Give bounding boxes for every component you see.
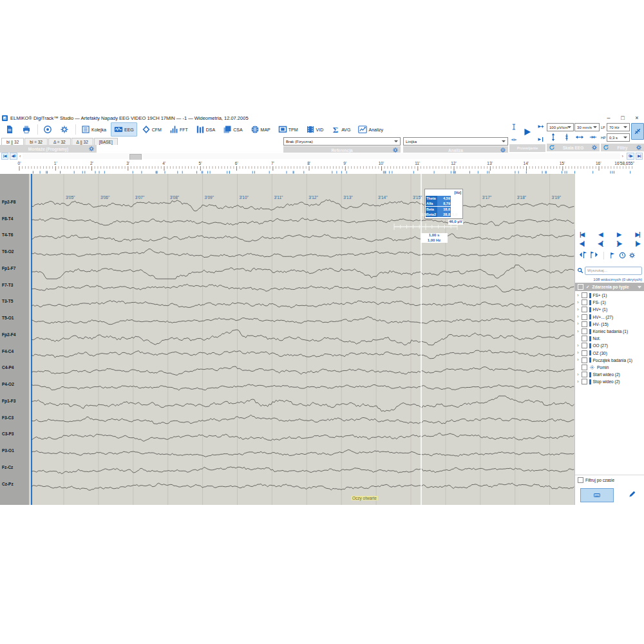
- tool-button-analizy[interactable]: Analizy: [355, 122, 386, 137]
- event-checkbox[interactable]: [582, 365, 587, 370]
- event-checkbox[interactable]: [582, 350, 587, 356]
- scrollbar-thumb[interactable]: [129, 154, 142, 160]
- text-cursor-icon[interactable]: [511, 121, 517, 133]
- expand-horizontal-icon[interactable]: [576, 132, 583, 144]
- montage-tab[interactable]: bi || 32: [1, 138, 24, 145]
- event-checkbox[interactable]: [582, 299, 587, 305]
- montage-tab[interactable]: bi = 32: [24, 138, 48, 145]
- lp-filter-select[interactable]: 70 Hz: [607, 123, 630, 131]
- tool-button-vid[interactable]: VID: [303, 122, 327, 137]
- tool-button-fft[interactable]: FFT: [166, 122, 191, 137]
- event-checkbox[interactable]: [582, 372, 587, 377]
- print-button[interactable]: [19, 122, 34, 137]
- filter-by-time-checkbox[interactable]: [578, 477, 583, 483]
- expander-icon[interactable]: ›: [576, 357, 580, 363]
- page-left-button[interactable]: ◀0: [10, 153, 17, 160]
- keyboard-button[interactable]: [580, 488, 614, 502]
- analiza-select[interactable]: Linijka: [403, 137, 508, 146]
- referencja-select[interactable]: Brak (Fizyczna): [283, 137, 401, 146]
- select-all-checkbox[interactable]: [578, 284, 583, 290]
- expander-icon[interactable]: ›: [576, 293, 580, 298]
- gear-icon[interactable]: [636, 144, 642, 151]
- play-icon[interactable]: [522, 127, 533, 140]
- event-type-row[interactable]: ›HV- (15): [575, 321, 644, 328]
- tool-button-cfm[interactable]: CFM: [138, 122, 165, 137]
- new-document-button[interactable]: [2, 122, 17, 137]
- refresh-icon[interactable]: [549, 144, 555, 151]
- event-checkbox[interactable]: [582, 307, 587, 312]
- view-button[interactable]: [40, 122, 55, 137]
- event-checkbox[interactable]: [582, 328, 587, 334]
- expander-icon[interactable]: ›: [576, 307, 580, 312]
- sort-icon[interactable]: [638, 286, 641, 289]
- go-end-button[interactable]: ▶|: [636, 153, 643, 160]
- montage-tab[interactable]: [BASE]: [94, 138, 118, 145]
- expand-vertical-icon[interactable]: [549, 132, 557, 144]
- event-type-row[interactable]: ›Początek badania (1): [575, 357, 644, 364]
- montage-tab[interactable]: Δ || 32: [71, 138, 93, 145]
- expander-icon[interactable]: ›: [576, 321, 580, 327]
- tool-button-map[interactable]: MAP: [247, 122, 274, 137]
- speed-select[interactable]: 30 mm/s: [574, 123, 600, 131]
- tool-button-kolejka[interactable]: Kolejka: [78, 122, 109, 137]
- search-input[interactable]: Wyszukaj...: [585, 267, 642, 275]
- event-checkbox[interactable]: [582, 357, 587, 363]
- eeg-canvas[interactable]: 3'05"3'06"3'07"3'08"3'09"3'10"3'11"3'12"…: [29, 174, 575, 505]
- tool-button-avg[interactable]: ΣAVG: [328, 122, 354, 137]
- flag-next-icon[interactable]: [590, 250, 598, 261]
- event-type-row[interactable]: ›HV+ (1): [575, 306, 644, 313]
- close-button[interactable]: ×: [630, 115, 644, 121]
- event-checkbox[interactable]: [582, 314, 587, 320]
- compress-vertical-icon[interactable]: [563, 132, 571, 144]
- event-type-row[interactable]: ›OO (27): [575, 342, 644, 349]
- time-ruler[interactable]: 0'1'2'3'4'5'6'7'8'9'10'11'12'13'14'15'16…: [0, 160, 644, 174]
- compress-horizontal-icon[interactable]: [589, 132, 597, 144]
- event-checkbox[interactable]: [582, 336, 587, 341]
- gear-icon[interactable]: [88, 146, 95, 153]
- event-checkbox[interactable]: [582, 343, 587, 348]
- event-type-row[interactable]: ›Start wideo (2): [575, 371, 644, 378]
- page-last-button[interactable]: ▶|: [636, 231, 639, 238]
- expander-icon[interactable]: ›: [576, 350, 580, 355]
- refresh-icon[interactable]: [603, 144, 609, 151]
- settings-icon[interactable]: [629, 250, 636, 261]
- page-first-button[interactable]: |◀: [580, 231, 583, 238]
- page-right-button[interactable]: 0▶: [627, 153, 634, 160]
- gear-icon[interactable]: [591, 144, 598, 151]
- tool-button-tpm[interactable]: TPM: [275, 122, 301, 137]
- tool-button-eeg[interactable]: EEG: [111, 122, 137, 137]
- event-type-row[interactable]: ›OZ (30): [575, 350, 644, 357]
- event-checkbox[interactable]: [582, 379, 587, 384]
- montage-tab[interactable]: Δ = 32: [48, 138, 71, 145]
- event-type-row[interactable]: Pomiń: [575, 364, 644, 371]
- settings-button[interactable]: [57, 122, 72, 137]
- go-start-button[interactable]: |◀: [1, 153, 8, 160]
- expander-icon[interactable]: ›: [576, 372, 580, 377]
- play-add-icon[interactable]: [537, 121, 544, 133]
- tool-button-csa[interactable]: CSA: [220, 122, 245, 137]
- amplitude-select[interactable]: 100 µV/cm: [547, 123, 574, 131]
- maximize-button[interactable]: □: [616, 115, 630, 121]
- expander-icon[interactable]: ›: [576, 329, 580, 334]
- event-type-row[interactable]: ›FS+ (1): [575, 292, 644, 299]
- edit-pencil-icon[interactable]: [628, 489, 636, 501]
- event-first-button[interactable]: ◀|: [580, 240, 583, 247]
- scrollbar-track[interactable]: [23, 153, 620, 159]
- expander-icon[interactable]: ›: [576, 343, 580, 348]
- expander-icon[interactable]: ›: [576, 300, 580, 305]
- event-type-row[interactable]: ›Koniec badania (1): [575, 328, 644, 335]
- flag-icon[interactable]: [609, 250, 616, 261]
- scroll-right-icon[interactable]: ›: [622, 154, 623, 158]
- flag-prev-icon[interactable]: [579, 250, 587, 261]
- minimize-button[interactable]: –: [601, 115, 616, 121]
- event-checkbox[interactable]: [582, 321, 587, 327]
- event-type-row[interactable]: ›HV+... (27): [575, 314, 644, 321]
- hp-filter-select[interactable]: 0,3 s: [607, 133, 630, 142]
- event-next-button[interactable]: ]▶: [617, 240, 621, 247]
- clock-icon[interactable]: [619, 250, 626, 261]
- scroll-left-icon[interactable]: ‹: [19, 154, 21, 158]
- event-type-row[interactable]: ›Stop wideo (2): [575, 378, 644, 385]
- expander-icon[interactable]: ›: [576, 379, 580, 384]
- events-header[interactable]: ✓ Zdarzenia po typie: [575, 283, 644, 291]
- tool-button-dsa[interactable]: DSA: [193, 122, 218, 137]
